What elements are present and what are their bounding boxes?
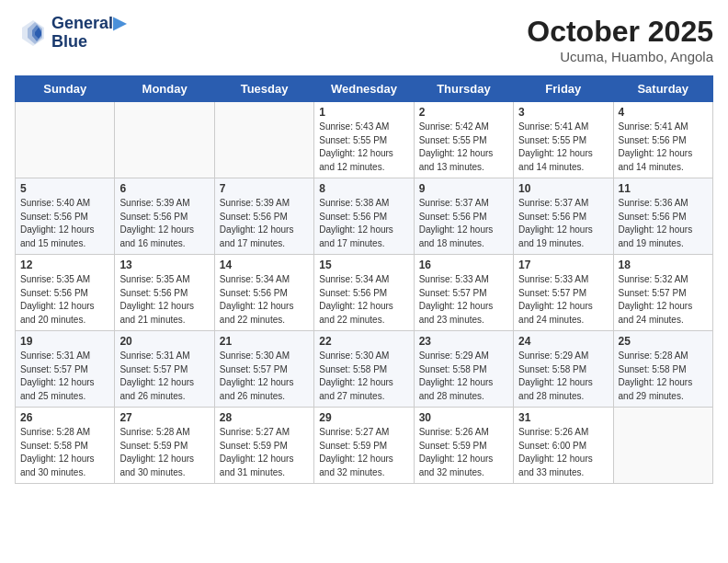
calendar-week-row: 1Sunrise: 5:43 AM Sunset: 5:55 PM Daylig… <box>16 102 713 178</box>
day-number: 7 <box>220 182 309 195</box>
calendar-day-cell: 27Sunrise: 5:28 AM Sunset: 5:59 PM Dayli… <box>115 408 214 484</box>
page-header: General▶ Blue October 2025 Ucuma, Huambo… <box>15 15 713 64</box>
day-number: 25 <box>619 335 708 348</box>
month-title: October 2025 <box>527 15 713 49</box>
day-info: Sunrise: 5:31 AM Sunset: 5:57 PM Dayligh… <box>20 350 109 403</box>
day-number: 27 <box>119 411 209 424</box>
day-info: Sunrise: 5:33 AM Sunset: 5:57 PM Dayligh… <box>518 273 608 327</box>
calendar-week-row: 5Sunrise: 5:40 AM Sunset: 5:56 PM Daylig… <box>16 178 713 255</box>
calendar-day-cell: 28Sunrise: 5:27 AM Sunset: 5:59 PM Dayli… <box>214 408 313 484</box>
calendar-day-cell: 16Sunrise: 5:33 AM Sunset: 5:57 PM Dayli… <box>414 255 513 331</box>
day-number: 10 <box>518 182 608 195</box>
day-number: 30 <box>419 411 508 424</box>
day-number: 20 <box>119 335 209 348</box>
calendar-day-cell: 12Sunrise: 5:35 AM Sunset: 5:56 PM Dayli… <box>16 255 115 331</box>
calendar-week-row: 19Sunrise: 5:31 AM Sunset: 5:57 PM Dayli… <box>16 331 713 408</box>
day-number: 11 <box>619 182 708 195</box>
weekday-header-cell: Saturday <box>613 76 712 102</box>
calendar-day-cell: 21Sunrise: 5:30 AM Sunset: 5:57 PM Dayli… <box>214 331 313 408</box>
calendar-day-cell: 15Sunrise: 5:34 AM Sunset: 5:56 PM Dayli… <box>314 255 414 331</box>
day-info: Sunrise: 5:34 AM Sunset: 5:56 PM Dayligh… <box>319 273 408 327</box>
calendar-table: SundayMondayTuesdayWednesdayThursdayFrid… <box>15 75 713 484</box>
calendar-day-cell: 11Sunrise: 5:36 AM Sunset: 5:56 PM Dayli… <box>613 178 712 255</box>
day-info: Sunrise: 5:37 AM Sunset: 5:56 PM Dayligh… <box>518 197 608 250</box>
day-info: Sunrise: 5:35 AM Sunset: 5:56 PM Dayligh… <box>20 273 109 327</box>
day-number: 23 <box>419 335 508 348</box>
day-info: Sunrise: 5:31 AM Sunset: 5:57 PM Dayligh… <box>119 350 209 403</box>
calendar-day-cell: 8Sunrise: 5:38 AM Sunset: 5:56 PM Daylig… <box>314 178 414 255</box>
day-number: 21 <box>220 335 309 348</box>
day-info: Sunrise: 5:34 AM Sunset: 5:56 PM Dayligh… <box>220 273 309 327</box>
day-info: Sunrise: 5:29 AM Sunset: 5:58 PM Dayligh… <box>419 350 508 403</box>
calendar-body: 1Sunrise: 5:43 AM Sunset: 5:55 PM Daylig… <box>16 102 713 484</box>
day-info: Sunrise: 5:27 AM Sunset: 5:59 PM Dayligh… <box>220 426 309 479</box>
day-number: 2 <box>419 106 508 119</box>
calendar-day-cell: 22Sunrise: 5:30 AM Sunset: 5:58 PM Dayli… <box>314 331 414 408</box>
calendar-day-cell <box>115 102 214 178</box>
day-info: Sunrise: 5:26 AM Sunset: 5:59 PM Dayligh… <box>419 426 508 479</box>
calendar-day-cell: 5Sunrise: 5:40 AM Sunset: 5:56 PM Daylig… <box>16 178 115 255</box>
day-number: 9 <box>419 182 508 195</box>
day-info: Sunrise: 5:33 AM Sunset: 5:57 PM Dayligh… <box>419 273 508 327</box>
location: Ucuma, Huambo, Angola <box>527 49 713 64</box>
day-number: 1 <box>319 106 408 119</box>
day-number: 29 <box>319 411 408 424</box>
day-number: 31 <box>518 411 608 424</box>
calendar-day-cell: 19Sunrise: 5:31 AM Sunset: 5:57 PM Dayli… <box>16 331 115 408</box>
day-number: 24 <box>518 335 608 348</box>
day-number: 8 <box>319 182 408 195</box>
day-info: Sunrise: 5:29 AM Sunset: 5:58 PM Dayligh… <box>518 350 608 403</box>
day-number: 19 <box>20 335 109 348</box>
day-number: 15 <box>319 259 408 271</box>
weekday-header-cell: Monday <box>115 76 214 102</box>
calendar-day-cell: 10Sunrise: 5:37 AM Sunset: 5:56 PM Dayli… <box>514 178 613 255</box>
day-number: 3 <box>518 106 608 119</box>
weekday-header-cell: Friday <box>514 76 613 102</box>
calendar-day-cell: 25Sunrise: 5:28 AM Sunset: 5:58 PM Dayli… <box>613 331 712 408</box>
day-info: Sunrise: 5:42 AM Sunset: 5:55 PM Dayligh… <box>419 121 508 174</box>
calendar-week-row: 12Sunrise: 5:35 AM Sunset: 5:56 PM Dayli… <box>16 255 713 331</box>
day-info: Sunrise: 5:38 AM Sunset: 5:56 PM Dayligh… <box>319 197 408 250</box>
weekday-header-cell: Wednesday <box>314 76 414 102</box>
day-info: Sunrise: 5:26 AM Sunset: 6:00 PM Dayligh… <box>518 426 608 479</box>
day-number: 16 <box>419 259 508 271</box>
day-info: Sunrise: 5:32 AM Sunset: 5:57 PM Dayligh… <box>619 273 708 327</box>
calendar-day-cell <box>214 102 313 178</box>
calendar-day-cell: 3Sunrise: 5:41 AM Sunset: 5:55 PM Daylig… <box>514 102 613 178</box>
calendar-day-cell <box>613 408 712 484</box>
day-info: Sunrise: 5:37 AM Sunset: 5:56 PM Dayligh… <box>419 197 508 250</box>
day-number: 6 <box>119 182 209 195</box>
day-info: Sunrise: 5:28 AM Sunset: 5:59 PM Dayligh… <box>119 426 209 479</box>
calendar-day-cell: 20Sunrise: 5:31 AM Sunset: 5:57 PM Dayli… <box>115 331 214 408</box>
weekday-header-row: SundayMondayTuesdayWednesdayThursdayFrid… <box>16 76 713 102</box>
weekday-header-cell: Thursday <box>414 76 513 102</box>
day-number: 5 <box>20 182 109 195</box>
day-info: Sunrise: 5:39 AM Sunset: 5:56 PM Dayligh… <box>119 197 209 250</box>
calendar-day-cell: 13Sunrise: 5:35 AM Sunset: 5:56 PM Dayli… <box>115 255 214 331</box>
day-info: Sunrise: 5:36 AM Sunset: 5:56 PM Dayligh… <box>619 197 708 250</box>
calendar-day-cell <box>16 102 115 178</box>
day-info: Sunrise: 5:41 AM Sunset: 5:56 PM Dayligh… <box>619 121 708 174</box>
calendar-day-cell: 18Sunrise: 5:32 AM Sunset: 5:57 PM Dayli… <box>613 255 712 331</box>
calendar-day-cell: 9Sunrise: 5:37 AM Sunset: 5:56 PM Daylig… <box>414 178 513 255</box>
calendar-day-cell: 17Sunrise: 5:33 AM Sunset: 5:57 PM Dayli… <box>514 255 613 331</box>
calendar-day-cell: 7Sunrise: 5:39 AM Sunset: 5:56 PM Daylig… <box>214 178 313 255</box>
calendar-day-cell: 14Sunrise: 5:34 AM Sunset: 5:56 PM Dayli… <box>214 255 313 331</box>
day-info: Sunrise: 5:28 AM Sunset: 5:58 PM Dayligh… <box>619 350 708 403</box>
calendar-day-cell: 24Sunrise: 5:29 AM Sunset: 5:58 PM Dayli… <box>514 331 613 408</box>
calendar-week-row: 26Sunrise: 5:28 AM Sunset: 5:58 PM Dayli… <box>16 408 713 484</box>
day-number: 28 <box>220 411 309 424</box>
calendar-day-cell: 6Sunrise: 5:39 AM Sunset: 5:56 PM Daylig… <box>115 178 214 255</box>
day-number: 14 <box>220 259 309 271</box>
day-info: Sunrise: 5:30 AM Sunset: 5:57 PM Dayligh… <box>220 350 309 403</box>
calendar-day-cell: 1Sunrise: 5:43 AM Sunset: 5:55 PM Daylig… <box>314 102 414 178</box>
day-info: Sunrise: 5:39 AM Sunset: 5:56 PM Dayligh… <box>220 197 309 250</box>
calendar-day-cell: 23Sunrise: 5:29 AM Sunset: 5:58 PM Dayli… <box>414 331 513 408</box>
title-block: October 2025 Ucuma, Huambo, Angola <box>527 15 713 64</box>
day-info: Sunrise: 5:27 AM Sunset: 5:59 PM Dayligh… <box>319 426 408 479</box>
day-number: 26 <box>20 411 109 424</box>
day-info: Sunrise: 5:40 AM Sunset: 5:56 PM Dayligh… <box>20 197 109 250</box>
day-info: Sunrise: 5:41 AM Sunset: 5:55 PM Dayligh… <box>518 121 608 174</box>
logo-text: General▶ Blue <box>51 15 126 52</box>
day-number: 4 <box>619 106 708 119</box>
